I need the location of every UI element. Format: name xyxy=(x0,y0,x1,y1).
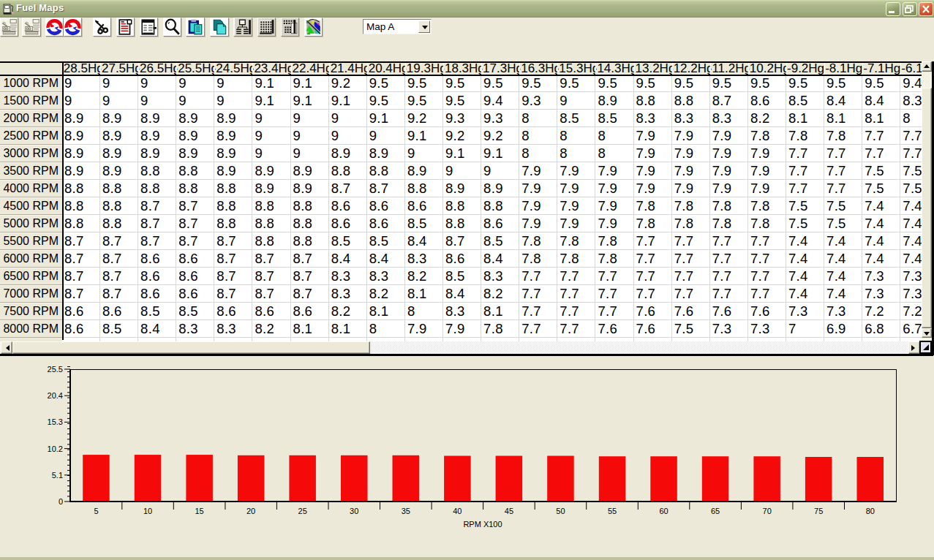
svg-text:5: 5 xyxy=(94,507,98,515)
svg-text:45: 45 xyxy=(505,507,513,515)
svg-text:20.4: 20.4 xyxy=(48,391,63,400)
svg-text:RPM X100: RPM X100 xyxy=(463,520,502,529)
svg-text:0: 0 xyxy=(59,497,63,506)
svg-text:80: 80 xyxy=(866,507,875,515)
svg-text:75: 75 xyxy=(814,507,823,515)
svg-text:5.1: 5.1 xyxy=(52,471,63,480)
svg-text:60: 60 xyxy=(659,507,668,515)
svg-text:20: 20 xyxy=(246,507,255,515)
svg-text:55: 55 xyxy=(608,507,617,515)
svg-text:25: 25 xyxy=(298,507,307,515)
svg-text:40: 40 xyxy=(453,507,462,515)
svg-text:70: 70 xyxy=(763,507,772,515)
svg-text:15.3: 15.3 xyxy=(48,417,63,426)
svg-text:65: 65 xyxy=(711,507,720,515)
svg-text:25.5: 25.5 xyxy=(48,365,63,374)
svg-text:10: 10 xyxy=(143,507,152,515)
svg-text:15: 15 xyxy=(195,507,203,515)
svg-text:10.2: 10.2 xyxy=(48,444,63,453)
svg-text:35: 35 xyxy=(402,507,410,515)
svg-text:50: 50 xyxy=(556,507,565,515)
svg-text:30: 30 xyxy=(350,507,358,515)
